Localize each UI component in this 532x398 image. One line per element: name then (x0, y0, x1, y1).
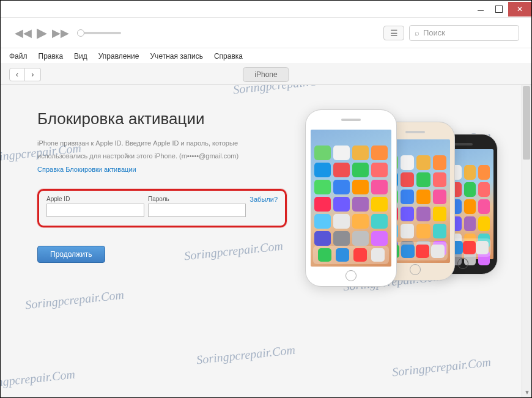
close-button[interactable] (508, 2, 531, 17)
app-window: ◀◀ ▶ ▶▶ ☰ ⌕ Поиск Файл Правка Вид Управл… (0, 0, 532, 398)
titlebar (1, 1, 531, 18)
app-grid (311, 143, 391, 240)
app-icon (433, 224, 447, 238)
nav-back-button[interactable]: ‹ (9, 68, 25, 81)
play-icon[interactable]: ▶ (35, 25, 49, 41)
search-icon: ⌕ (415, 28, 419, 37)
app-icon (478, 216, 490, 231)
app-icon (371, 146, 388, 160)
app-icon (314, 231, 331, 246)
vertical-scrollbar[interactable]: ▲ ▼ (522, 85, 531, 397)
description-line-1: iPhone привязан к Apple ID. Введите Appl… (37, 138, 287, 149)
dock-app-icon (336, 248, 349, 262)
scroll-down-icon[interactable]: ▼ (522, 388, 531, 397)
dock-app-icon (416, 245, 429, 258)
app-icon (352, 146, 369, 160)
app-icon (416, 155, 430, 170)
app-icon (464, 182, 476, 197)
apple-id-input[interactable] (46, 204, 144, 217)
forgot-link[interactable]: Забыли? (249, 196, 278, 203)
app-icon (433, 190, 447, 204)
watermark: Soringpcrepair.Com (196, 343, 296, 367)
app-icon (333, 180, 350, 194)
app-icon (314, 146, 331, 160)
app-icon (333, 214, 350, 229)
app-icon (371, 163, 388, 177)
password-input[interactable] (148, 204, 246, 217)
player-toolbar: ◀◀ ▶ ▶▶ ☰ ⌕ Поиск (1, 18, 531, 48)
page-title: Блокировка активации (37, 109, 287, 128)
menu-help[interactable]: Справка (214, 52, 243, 61)
app-icon (464, 199, 476, 214)
app-icon (352, 180, 369, 194)
credentials-form-highlight: Apple ID Пароль Забыли? (37, 189, 287, 227)
continue-button[interactable]: Продолжить (37, 246, 105, 263)
app-icon (464, 216, 476, 231)
dock-app-icon (476, 241, 489, 254)
description-line-2: использовались для настройки этого iPhon… (37, 151, 287, 161)
home-button-icon (457, 258, 468, 269)
app-icon (416, 224, 430, 238)
phone-white (305, 109, 397, 287)
app-icon (433, 207, 447, 221)
list-view-button[interactable]: ☰ (383, 26, 404, 40)
home-button-icon (410, 264, 421, 275)
nav-forward-button[interactable]: › (25, 68, 41, 81)
dock-app-icon (318, 248, 331, 262)
app-icon (416, 190, 430, 204)
volume-slider[interactable] (78, 32, 121, 34)
minimize-button[interactable] (471, 2, 490, 17)
home-button-icon (345, 270, 357, 281)
search-input[interactable]: ⌕ Поиск (409, 25, 519, 41)
dock-app-icon (431, 245, 445, 258)
search-placeholder: Поиск (423, 28, 445, 37)
activation-lock-panel: Блокировка активации iPhone привязан к A… (37, 109, 287, 281)
menu-view[interactable]: Вид (74, 52, 87, 61)
playback-controls: ◀◀ ▶ ▶▶ (13, 25, 71, 41)
app-icon (333, 231, 350, 246)
app-icon (314, 197, 331, 212)
device-tab[interactable]: iPhone (243, 67, 289, 82)
app-icon (433, 172, 447, 187)
app-icon (401, 155, 415, 170)
menu-edit[interactable]: Правка (39, 52, 64, 61)
app-icon (401, 172, 415, 187)
watermark: Soringpcrepair.Com (391, 355, 492, 380)
app-icon (371, 180, 388, 194)
app-icon (352, 197, 369, 212)
app-icon (352, 214, 369, 229)
navigation-bar: ‹ › iPhone (1, 64, 531, 85)
password-label: Пароль (148, 196, 246, 202)
watermark: Soringpcrepair.Com (1, 367, 76, 392)
app-icon (478, 199, 490, 214)
app-icon (371, 214, 388, 229)
iphone-hero-image (305, 109, 495, 281)
app-icon (416, 207, 430, 221)
previous-track-icon[interactable]: ◀◀ (13, 26, 34, 40)
content-area: Блокировка активации iPhone привязан к A… (1, 85, 531, 397)
app-icon (401, 224, 415, 238)
dock-app-icon (463, 241, 476, 254)
app-icon (464, 165, 476, 180)
help-link[interactable]: Справка Блокировки активации (37, 166, 136, 173)
scrollbar-thumb[interactable] (523, 86, 530, 160)
menu-account[interactable]: Учетная запись (150, 52, 203, 61)
next-track-icon[interactable]: ▶▶ (50, 26, 71, 40)
menu-file[interactable]: Файл (9, 52, 28, 61)
list-icon: ☰ (390, 28, 398, 38)
app-icon (314, 180, 331, 194)
chevron-left-icon: ‹ (16, 70, 18, 79)
app-icon (352, 231, 369, 246)
app-icon (333, 163, 350, 177)
dock (313, 246, 389, 264)
app-icon (401, 190, 415, 204)
dock-app-icon (371, 248, 385, 262)
maximize-button[interactable] (490, 2, 508, 17)
menu-controls[interactable]: Управление (98, 52, 139, 61)
app-icon (416, 172, 430, 187)
app-icon (478, 182, 490, 197)
app-icon (314, 214, 331, 229)
app-icon (371, 231, 388, 246)
menubar: Файл Правка Вид Управление Учетная запис… (1, 48, 531, 64)
chevron-right-icon: › (31, 70, 34, 79)
